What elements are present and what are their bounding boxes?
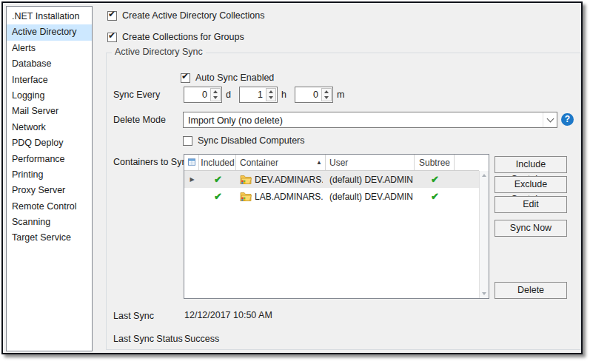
chevron-up-icon <box>324 90 329 93</box>
preferences-dialog: .NET Installation Active Directory Alert… <box>1 1 583 354</box>
sidebar-item-interface[interactable]: Interface <box>7 73 92 88</box>
stepper-up-button[interactable] <box>266 89 275 95</box>
active-directory-sync-group: Active Directory Sync ✔ Auto Sync Enable… <box>106 53 581 350</box>
included-check-icon: ✔ <box>214 175 222 184</box>
delete-mode-label: Delete Mode <box>113 115 166 125</box>
exclude-container-button[interactable]: Exclude Container <box>495 176 567 193</box>
group-title: Active Directory Sync <box>112 47 206 57</box>
checkbox-box <box>183 136 192 146</box>
sidebar-item-active-directory[interactable]: Active Directory <box>7 24 92 40</box>
sidebar-item-alerts[interactable]: Alerts <box>7 41 92 56</box>
column-header-included[interactable]: Included <box>199 155 236 170</box>
sidebar-item-pdq-deploy[interactable]: PDQ Deploy <box>7 135 92 151</box>
sidebar-item-network[interactable]: Network <box>7 120 92 135</box>
chevron-down-icon <box>546 115 554 122</box>
sync-days-stepper[interactable]: 0 <box>184 87 222 103</box>
container-name: DEV.ADMINARS... <box>255 175 323 185</box>
dropdown-arrow[interactable] <box>543 112 557 127</box>
user-default: (default) <box>329 192 362 202</box>
sidebar-item-proxy-server[interactable]: Proxy Server <box>7 183 92 198</box>
check-icon: ✔ <box>108 9 115 19</box>
user-name: DEV.ADMIN <box>364 175 413 185</box>
user-default: (default) <box>329 175 362 185</box>
sync-every-label: Sync Every <box>113 90 160 100</box>
table-icon <box>188 158 195 166</box>
current-row-pointer-icon: ▶ <box>190 176 194 183</box>
ad-container-icon <box>240 175 252 184</box>
sidebar-item-database[interactable]: Database <box>7 56 92 72</box>
grid-vertical-scrollbar[interactable] <box>479 171 489 298</box>
subtree-check-icon: ✔ <box>431 175 439 184</box>
containers-grid: Included Container ▲ User Subtree ▶ ✔ <box>184 154 489 299</box>
create-collections-groups-checkbox[interactable]: ✔ Create Collections for Groups <box>107 31 244 43</box>
column-header-label: Subtree <box>419 158 450 168</box>
delete-button[interactable]: Delete <box>495 282 567 299</box>
stepper-up-button[interactable] <box>322 89 331 95</box>
chevron-down-icon <box>269 96 273 99</box>
sync-days-value[interactable]: 0 <box>184 87 209 102</box>
column-header-subtree[interactable]: Subtree <box>415 155 455 170</box>
create-collections-groups-label: Create Collections for Groups <box>122 32 244 42</box>
sync-hours-value[interactable]: 1 <box>240 87 265 102</box>
table-row[interactable]: ✔ LAB.ADMINARS... <box>184 188 479 205</box>
create-ad-collections-checkbox[interactable]: ✔ Create Active Directory Collections <box>107 10 264 21</box>
last-sync-value: 12/12/2017 10:50 AM <box>184 310 272 320</box>
ad-container-icon <box>240 192 252 201</box>
column-header-label: User <box>329 158 348 168</box>
scroll-down-icon <box>482 292 486 295</box>
sidebar-item-performance[interactable]: Performance <box>7 152 92 167</box>
included-check-icon: ✔ <box>214 192 222 201</box>
table-row[interactable]: ▶ ✔ DEV.A <box>184 171 479 188</box>
settings-category-list: .NET Installation Active Directory Alert… <box>6 6 93 351</box>
column-header-label: Included <box>201 158 234 168</box>
sync-disabled-computers-checkbox[interactable]: Sync Disabled Computers <box>183 135 305 146</box>
chevron-down-icon <box>324 96 329 99</box>
sidebar-item-printing[interactable]: Printing <box>7 167 92 183</box>
stepper-down-button[interactable] <box>266 95 275 101</box>
sidebar-item-target-service[interactable]: Target Service <box>7 230 92 246</box>
stepper-buttons <box>266 88 276 101</box>
sidebar-item-scanning[interactable]: Scanning <box>7 215 92 230</box>
checkbox-box: ✔ <box>181 73 190 83</box>
delete-mode-dropdown[interactable]: Import Only (no delete) <box>183 112 557 128</box>
sync-minutes-stepper[interactable]: 0 <box>295 87 333 103</box>
chevron-up-icon <box>213 90 218 93</box>
include-container-button[interactable]: Include Container <box>495 156 567 173</box>
container-name: LAB.ADMINARS... <box>255 192 323 202</box>
sync-disabled-computers-label: Sync Disabled Computers <box>198 135 305 146</box>
column-header-container[interactable]: Container ▲ <box>236 155 326 170</box>
sidebar-item-mail-server[interactable]: Mail Server <box>7 104 92 119</box>
days-unit-label: d <box>226 90 231 100</box>
create-ad-collections-label: Create Active Directory Collections <box>122 10 264 21</box>
sidebar-item-remote-control[interactable]: Remote Control <box>7 199 92 215</box>
subtree-check-icon: ✔ <box>431 192 439 201</box>
checkbox-box: ✔ <box>107 11 117 21</box>
select-all-corner-button[interactable] <box>184 155 199 170</box>
auto-sync-enabled-checkbox[interactable]: ✔ Auto Sync Enabled <box>181 72 274 84</box>
screenshot-stage: .NET Installation Active Directory Alert… <box>0 0 590 364</box>
column-header-user[interactable]: User <box>326 155 415 170</box>
stepper-down-button[interactable] <box>211 95 220 101</box>
check-icon: ✔ <box>181 71 189 81</box>
sync-now-button[interactable]: Sync Now <box>495 220 567 237</box>
stepper-up-button[interactable] <box>211 89 220 95</box>
edit-button[interactable]: Edit <box>495 196 567 213</box>
containers-to-sync-label: Containers to Sync <box>113 157 192 167</box>
sync-minutes-value[interactable]: 0 <box>295 87 321 102</box>
chevron-up-icon <box>269 90 273 93</box>
stepper-down-button[interactable] <box>322 95 331 101</box>
last-sync-status-label: Last Sync Status <box>113 334 183 344</box>
minutes-unit-label: m <box>337 90 344 100</box>
sync-hours-stepper[interactable]: 1 <box>239 87 278 103</box>
help-icon[interactable]: ? <box>561 113 574 126</box>
chevron-down-icon <box>213 96 218 99</box>
sidebar-item-net-installation[interactable]: .NET Installation <box>7 9 92 24</box>
sidebar-item-logging[interactable]: Logging <box>7 88 92 104</box>
last-sync-status-value: Success <box>184 334 219 344</box>
hours-unit-label: h <box>281 90 286 100</box>
column-header-filler <box>455 155 479 170</box>
checkbox-box: ✔ <box>107 33 117 42</box>
grid-header-row: Included Container ▲ User Subtree <box>184 155 479 171</box>
delete-mode-selected-value: Import Only (no delete) <box>184 115 543 126</box>
stepper-buttons <box>321 88 332 101</box>
